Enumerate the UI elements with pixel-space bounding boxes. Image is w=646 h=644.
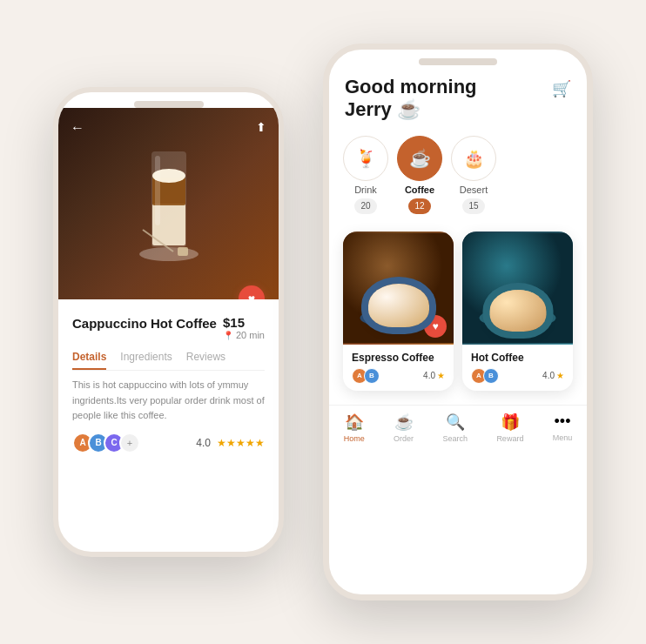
bottom-navigation: 🏠 Home ☕ Order 🔍 Search 🎁 Reward ••• Men… <box>329 405 587 452</box>
reviewer-avatars: A B C + <box>72 433 140 453</box>
espresso-image: ♥ <box>343 231 454 345</box>
greeting-line2: Jerry ☕ <box>345 98 477 121</box>
rating-container: 4.0 ★★★★★ <box>196 437 265 449</box>
product-description: This is hot cappuccino with lots of ymmu… <box>72 378 265 424</box>
espresso-avatar-2: B <box>364 368 380 384</box>
home-nav-icon: 🏠 <box>345 413 364 432</box>
espresso-star: ★ <box>437 371 445 380</box>
svg-point-24 <box>522 291 525 294</box>
tab-details[interactable]: Details <box>72 351 106 370</box>
espresso-content: Espresso Coffee A B 4.0 ★ <box>343 345 454 391</box>
reward-nav-label: Reward <box>496 434 523 443</box>
svg-point-13 <box>381 290 415 299</box>
espresso-title: Espresso Coffee <box>352 352 445 364</box>
svg-point-22 <box>510 291 514 294</box>
espresso-favorite[interactable]: ♥ <box>424 315 447 338</box>
hotcoffee-content: Hot Coffee A B 4.0 ★ <box>462 345 573 391</box>
coffee-glass-svg <box>125 125 212 282</box>
drink-icon-wrap: 🍹 <box>343 136 388 181</box>
hotcoffee-avatar-2: B <box>483 368 499 384</box>
add-reviewer-button[interactable]: + <box>119 433 140 453</box>
review-row: A B C + 4.0 ★★★★★ <box>72 433 265 453</box>
coffee-count: 12 <box>408 198 431 214</box>
products-grid: ♥ Espresso Coffee A B 4.0 ★ <box>329 225 587 398</box>
product-tabs: Details Ingredients Reviews <box>72 351 265 371</box>
hotcoffee-meta: A B 4.0 ★ <box>471 368 564 384</box>
drink-label: Drink <box>354 184 377 195</box>
nav-search[interactable]: 🔍 Search <box>442 413 468 443</box>
greeting-block: Good morning Jerry ☕ <box>345 76 477 122</box>
product-title: Cappuccino Hot Coffee <box>72 315 217 332</box>
search-nav-label: Search <box>442 434 468 443</box>
nav-menu[interactable]: ••• Menu <box>553 413 573 442</box>
product-pricing: $15 20 min <box>223 315 265 340</box>
category-desert[interactable]: 🎂 Desert 15 <box>451 136 496 214</box>
back-button[interactable]: ← <box>71 120 84 136</box>
svg-point-17 <box>480 307 556 327</box>
espresso-rating: 4.0 ★ <box>423 371 445 380</box>
search-nav-icon: 🔍 <box>446 413 465 432</box>
phone-notch-left <box>134 101 204 108</box>
hotcoffee-rating: 4.0 ★ <box>542 371 564 380</box>
svg-point-25 <box>514 294 516 297</box>
svg-line-15 <box>377 313 420 325</box>
hotcoffee-svg <box>462 231 573 345</box>
product-hero-image: ← ⬆ ♥ <box>58 108 279 299</box>
product-content: Cappuccino Hot Coffee $15 20 min Details… <box>58 299 279 453</box>
tab-reviews[interactable]: Reviews <box>186 351 225 370</box>
product-card-hotcoffee[interactable]: Hot Coffee A B 4.0 ★ <box>462 231 573 391</box>
svg-point-18 <box>492 287 543 301</box>
desert-label: Desert <box>460 184 488 195</box>
phone-detail: ← ⬆ ♥ Cappuccino Hot Coffee $15 20 min D… <box>53 87 284 557</box>
cart-button[interactable]: 🛒 <box>552 79 571 98</box>
hotcoffee-star: ★ <box>556 371 564 380</box>
product-card-espresso[interactable]: ♥ Espresso Coffee A B 4.0 ★ <box>343 231 454 391</box>
category-coffee[interactable]: ☕ Coffee 12 <box>397 136 442 214</box>
svg-rect-19 <box>492 294 543 315</box>
nav-order[interactable]: ☕ Order <box>394 413 414 443</box>
nav-home[interactable]: 🏠 Home <box>344 413 365 443</box>
order-nav-icon: ☕ <box>394 413 414 432</box>
greeting-line1: Good morning <box>345 76 477 98</box>
star-icons: ★★★★★ <box>217 437 265 449</box>
share-button[interactable]: ⬆ <box>256 120 266 134</box>
hotcoffee-image <box>462 231 573 345</box>
reward-nav-icon: 🎁 <box>501 413 520 432</box>
hotcoffee-avatars: A B <box>471 368 499 384</box>
menu-nav-label: Menu <box>553 433 573 442</box>
svg-rect-7 <box>178 247 188 256</box>
svg-rect-4 <box>155 156 160 225</box>
category-drink[interactable]: 🍹 Drink 20 <box>343 136 388 214</box>
order-nav-label: Order <box>394 434 414 443</box>
home-top-bar: Good morning Jerry ☕ 🛒 <box>329 65 587 125</box>
tab-ingredients[interactable]: Ingredients <box>120 351 172 370</box>
phones-container: ← ⬆ ♥ Cappuccino Hot Coffee $15 20 min D… <box>27 17 619 627</box>
svg-point-14 <box>394 287 404 298</box>
coffee-icon-wrap: ☕ <box>397 136 442 181</box>
svg-point-12 <box>374 288 422 300</box>
product-title-row: Cappuccino Hot Coffee $15 20 min <box>72 315 265 340</box>
categories-row: 🍹 Drink 20 ☕ Coffee 12 🎂 Desert 15 <box>329 125 587 225</box>
desert-count: 15 <box>462 198 485 214</box>
espresso-avatars: A B <box>352 368 380 384</box>
latte-illustration <box>58 108 279 299</box>
svg-point-10 <box>373 287 424 301</box>
svg-point-26 <box>521 293 523 296</box>
svg-point-20 <box>494 288 542 300</box>
coffee-label: Coffee <box>405 184 434 195</box>
home-nav-label: Home <box>344 434 365 443</box>
phone-home: Good morning Jerry ☕ 🛒 🍹 Drink 20 ☕ Coff… <box>323 44 593 600</box>
drink-count: 20 <box>354 198 377 214</box>
svg-point-21 <box>501 290 535 299</box>
nav-reward[interactable]: 🎁 Reward <box>496 413 523 443</box>
desert-icon-wrap: 🎂 <box>451 136 496 181</box>
espresso-meta: A B 4.0 ★ <box>352 368 445 384</box>
phone-notch-right <box>419 58 497 65</box>
svg-rect-11 <box>373 294 424 315</box>
svg-point-23 <box>516 289 520 292</box>
menu-nav-icon: ••• <box>555 413 571 431</box>
hotcoffee-title: Hot Coffee <box>471 352 564 364</box>
